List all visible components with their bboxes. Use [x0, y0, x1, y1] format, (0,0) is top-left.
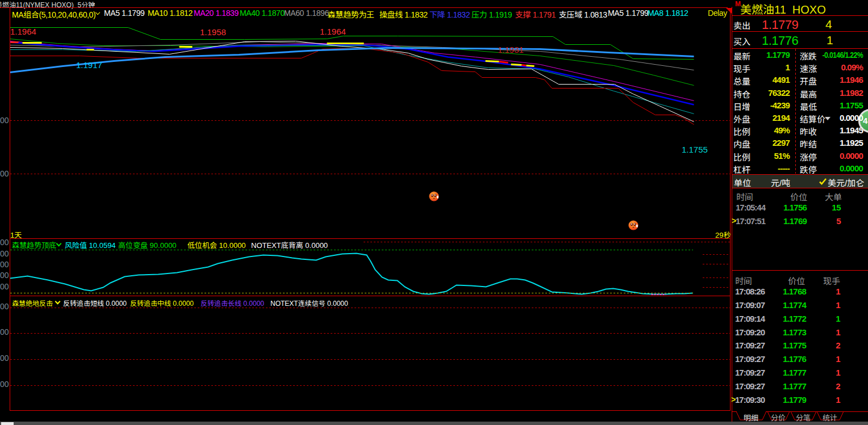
svg-text:4: 4 — [863, 116, 868, 125]
